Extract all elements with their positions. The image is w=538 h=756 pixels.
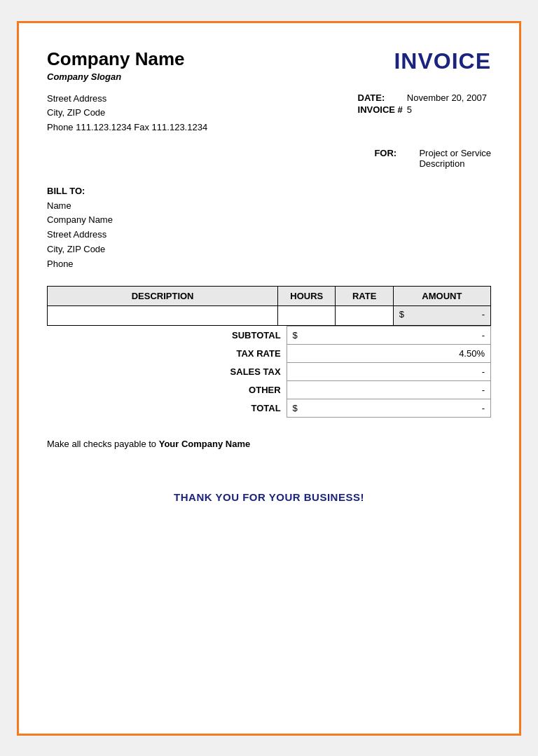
bill-to-label: BILL TO: [47, 184, 491, 199]
footer-note: Make all checks payable to Your Company … [47, 439, 491, 449]
total-value: $ - [287, 399, 490, 417]
sender-address: Street Address City, ZIP Code Phone 111.… [47, 92, 207, 135]
subtotal-amount: - [482, 330, 485, 341]
total-amount: - [482, 403, 485, 413]
invoice-title: INVOICE [394, 48, 491, 74]
subtotal-value: $ - [287, 326, 490, 344]
other-label: OTHER [47, 380, 287, 399]
bill-to-company: Company Name [47, 213, 491, 228]
bill-to-name: Name [47, 199, 491, 214]
sender-phone-fax: Phone 111.123.1234 Fax 111.123.1234 [47, 121, 207, 135]
desc-cell [48, 305, 278, 325]
company-info: Company Name Company Slogan [47, 48, 185, 82]
invoice-num-value: 5 [407, 104, 491, 116]
thank-you-message: THANK YOU FOR YOUR BUSINESS! [47, 491, 491, 503]
footer-note-text: Make all checks payable to [47, 439, 159, 449]
for-line1: Project or Service [419, 148, 491, 158]
rate-cell [336, 305, 393, 325]
tax-rate-label: TAX RATE [47, 344, 287, 362]
sender-street: Street Address [47, 92, 207, 106]
address-date-section: Street Address City, ZIP Code Phone 111.… [47, 92, 491, 135]
col-hours: HOURS [278, 286, 336, 305]
total-row: TOTAL $ - [47, 399, 491, 417]
invoice-num-label: INVOICE # [358, 104, 407, 116]
table-row: $ - [48, 305, 491, 325]
col-rate: RATE [336, 286, 393, 305]
subtotal-dollar: $ [293, 330, 298, 341]
sender-city-zip: City, ZIP Code [47, 106, 207, 121]
col-amount: AMOUNT [393, 286, 490, 305]
amount-cell: $ - [393, 305, 490, 325]
invoice-meta: DATE: November 20, 2007 INVOICE # 5 [358, 92, 491, 116]
bill-to-city-zip: City, ZIP Code [47, 242, 491, 257]
invoice-page: Company Name Company Slogan INVOICE Stre… [17, 21, 521, 736]
sales-tax-row: SALES TAX - [47, 362, 491, 380]
footer-company-name: Your Company Name [159, 439, 251, 449]
for-description: Project or Service Description [419, 148, 491, 169]
date-label: DATE: [358, 92, 407, 104]
bill-to-section: BILL TO: Name Company Name Street Addres… [47, 184, 491, 272]
company-slogan: Company Slogan [47, 71, 185, 82]
sales-tax-label: SALES TAX [47, 362, 287, 380]
for-line2: Description [419, 158, 491, 169]
tax-rate-row: TAX RATE 4.50% [47, 344, 491, 362]
for-section: FOR: Project or Service Description [47, 148, 491, 169]
date-value: November 20, 2007 [407, 92, 491, 104]
other-row: OTHER - [47, 380, 491, 399]
other-value: - [287, 380, 490, 399]
bill-to-phone: Phone [47, 257, 491, 272]
amount-dash: - [482, 309, 485, 319]
header-section: Company Name Company Slogan INVOICE [47, 48, 491, 82]
total-label: TOTAL [47, 399, 287, 417]
col-description: DESCRIPTION [48, 286, 278, 305]
bill-to-street: Street Address [47, 228, 491, 242]
for-label: FOR: [374, 148, 409, 169]
dollar-sign: $ [399, 309, 404, 319]
invoice-table: DESCRIPTION HOURS RATE AMOUNT [47, 286, 491, 326]
totals-table: SUBTOTAL $ - TAX RATE 4.50% SALES TAX - … [47, 326, 491, 418]
sales-tax-value: - [287, 362, 490, 380]
tax-rate-value: 4.50% [287, 344, 490, 362]
amount-value: $ - [399, 309, 485, 319]
total-dollar: $ [293, 403, 298, 413]
subtotal-row: SUBTOTAL $ - [47, 326, 491, 344]
for-row: FOR: Project or Service Description [374, 148, 491, 169]
subtotal-label: SUBTOTAL [47, 326, 287, 344]
hours-cell [278, 305, 336, 325]
company-name: Company Name [47, 48, 185, 70]
